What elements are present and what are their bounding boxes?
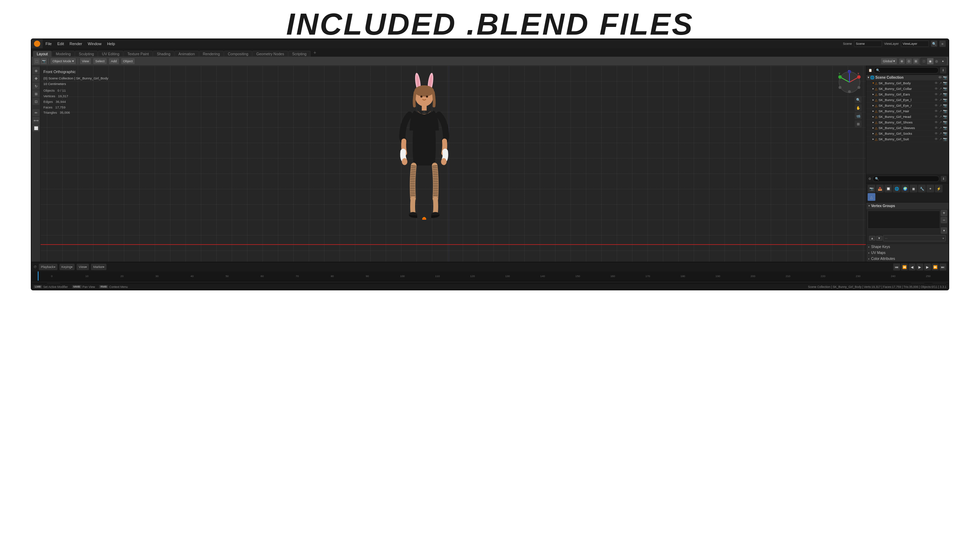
vg-remove-btn[interactable]: − xyxy=(941,217,947,223)
overlay-icon[interactable]: ⊞ xyxy=(913,58,919,64)
item-select-10[interactable]: ↗ xyxy=(939,137,942,141)
tab-rendering[interactable]: Rendering xyxy=(199,51,224,57)
rendered-shading-btn[interactable]: ● xyxy=(940,58,946,64)
scene-collection-header[interactable]: ▾ 🌐 Scene Collection 👁 📷 xyxy=(866,75,948,81)
props-tab-output[interactable]: 📤 xyxy=(876,185,884,192)
props-tab-object[interactable]: ◼ xyxy=(910,185,917,192)
camera-icon[interactable]: 📷 xyxy=(41,58,47,64)
item-select-3[interactable]: ↗ xyxy=(939,98,942,102)
measure-tool[interactable]: ⟺ xyxy=(33,117,40,124)
view-tl-btn[interactable]: View ▾ xyxy=(76,264,89,270)
add-cube-tool[interactable]: ⬜ xyxy=(33,125,40,132)
view-layer-selector[interactable]: ViewLayer xyxy=(901,41,929,47)
outliner-item-1[interactable]: ▸ △ SK_Bunny_Girl_Collar 👁 ↗ 📷 xyxy=(866,86,948,92)
item-render-4[interactable]: 📷 xyxy=(943,103,947,107)
item-select-9[interactable]: ↗ xyxy=(939,132,942,135)
vg-add-btn[interactable]: + xyxy=(941,210,947,216)
item-eye-2[interactable]: 👁 xyxy=(934,92,938,96)
vertex-groups-list[interactable] xyxy=(868,211,940,229)
global-btn[interactable]: Global ▾ xyxy=(881,58,897,65)
item-render-2[interactable]: 📷 xyxy=(943,92,947,96)
menu-help[interactable]: Help xyxy=(104,39,118,48)
transform-tool[interactable]: ⊡ xyxy=(33,98,40,105)
tab-geometry-nodes[interactable]: Geometry Nodes xyxy=(252,51,288,57)
props-search[interactable]: 🔍 xyxy=(873,176,939,182)
item-select-6[interactable]: ↗ xyxy=(939,115,942,119)
item-render-7[interactable]: 📷 xyxy=(943,120,947,124)
item-select-0[interactable]: ↗ xyxy=(939,81,942,85)
shape-keys-section[interactable]: ▸ Shape Keys xyxy=(866,244,948,250)
jump-end-btn[interactable]: ⏭ xyxy=(939,264,947,270)
tab-compositing[interactable]: Compositing xyxy=(224,51,252,57)
add-btn[interactable]: Add xyxy=(108,58,119,65)
menu-file[interactable]: File xyxy=(43,39,55,48)
item-render-0[interactable]: 📷 xyxy=(943,81,947,85)
scene-eye-icon[interactable]: 👁 xyxy=(939,76,942,79)
props-tab-scene[interactable]: 🌐 xyxy=(893,185,900,192)
item-eye-8[interactable]: 👁 xyxy=(934,126,938,130)
outliner-search[interactable]: 🔍 xyxy=(873,67,939,73)
uv-maps-section[interactable]: ▸ UV Maps xyxy=(866,250,948,256)
wireframe-shading-btn[interactable]: □ xyxy=(921,58,927,64)
viewport-zoom-btn[interactable]: 🔍 xyxy=(855,96,862,103)
props-tab-particles[interactable]: ✦ xyxy=(926,185,934,192)
step-back-btn[interactable]: ⏪ xyxy=(901,264,908,270)
outliner-item-9[interactable]: ▸ △ SK_Bunny_Girl_Socks 👁 ↗ 📷 xyxy=(866,131,948,137)
item-select-7[interactable]: ↗ xyxy=(939,120,942,124)
outliner-filter-btn[interactable]: ⬇ xyxy=(940,67,947,73)
cursor-tool[interactable]: ⊕ xyxy=(33,67,40,74)
jump-start-btn[interactable]: ⏮ xyxy=(893,264,900,270)
item-select-2[interactable]: ↗ xyxy=(939,92,942,96)
add-workspace-btn[interactable]: + xyxy=(311,49,319,56)
vg-move-up-btn[interactable]: ▲ xyxy=(869,236,875,241)
outliner-item-3[interactable]: ▸ △ SK_Bunny_Girl_Eye_l 👁 ↗ 📷 xyxy=(866,97,948,103)
search-btn[interactable]: 🔍 xyxy=(931,41,937,47)
item-eye-1[interactable]: 👁 xyxy=(934,87,938,91)
vg-sort-dropdown[interactable]: ··· ▾ xyxy=(883,235,946,241)
tab-shading[interactable]: Shading xyxy=(153,51,174,57)
item-render-1[interactable]: 📷 xyxy=(943,87,947,91)
tab-scripting[interactable]: Scripting xyxy=(288,51,310,57)
props-tab-mesh[interactable]: △ xyxy=(868,193,875,201)
prev-keyframe-btn[interactable]: ◀ xyxy=(908,264,916,270)
timeline-ruler[interactable]: 0 10 20 30 40 50 60 70 80 90 100 110 120… xyxy=(32,272,948,281)
keying-btn[interactable]: Keying ▾ xyxy=(59,264,75,270)
item-eye-3[interactable]: 👁 xyxy=(934,98,938,102)
item-select-1[interactable]: ↗ xyxy=(939,87,942,91)
item-render-3[interactable]: 📷 xyxy=(943,98,947,102)
item-render-10[interactable]: 📷 xyxy=(943,137,947,141)
vg-move-down-btn[interactable]: ▼ xyxy=(876,236,882,241)
viewport-grab-btn[interactable]: ✋ xyxy=(855,104,862,111)
props-tab-render[interactable]: 📷 xyxy=(868,185,875,192)
tab-texture-paint[interactable]: Texture Paint xyxy=(124,51,153,57)
next-keyframe-btn[interactable]: ▶ xyxy=(924,264,931,270)
props-filter-btn[interactable]: ⬇ xyxy=(941,176,947,181)
annotate-tool[interactable]: ✏ xyxy=(33,109,40,116)
select-btn[interactable]: Select xyxy=(93,58,107,65)
item-select-4[interactable]: ↗ xyxy=(939,103,942,107)
item-select-8[interactable]: ↗ xyxy=(939,126,942,130)
material-preview-btn[interactable]: ◎ xyxy=(934,58,940,64)
viewport-camera-btn[interactable]: 📹 xyxy=(855,112,862,119)
view-btn[interactable]: View xyxy=(80,58,91,65)
snap-icon[interactable]: ⊕ xyxy=(899,58,905,64)
menu-edit[interactable]: Edit xyxy=(55,39,67,48)
item-eye-6[interactable]: 👁 xyxy=(934,115,938,119)
scale-tool[interactable]: ⊞ xyxy=(33,90,40,97)
filter-btn[interactable]: ≡ xyxy=(939,41,946,47)
move-tool[interactable]: ✥ xyxy=(33,75,40,82)
item-render-9[interactable]: 📷 xyxy=(943,132,947,135)
viewport-grid-btn[interactable]: ⊞ xyxy=(855,120,862,127)
viewport-gizmo[interactable]: X Y Z 🔍 ✋ 📹 ⊞ xyxy=(837,70,862,94)
rotate-tool[interactable]: ↻ xyxy=(33,83,40,90)
outliner-item-8[interactable]: ▸ △ SK_Bunny_Girl_Sleeves 👁 ↗ 📷 xyxy=(866,125,948,131)
props-tab-view-layer[interactable]: 🔲 xyxy=(885,185,892,192)
outliner-item-0[interactable]: ▾ △ SK_Bunny_Girl_Body 👁 ↗ 📷 xyxy=(866,81,948,86)
item-render-8[interactable]: 📷 xyxy=(943,126,947,130)
color-attributes-section[interactable]: ▸ Color Attributes xyxy=(866,256,948,262)
item-render-5[interactable]: 📷 xyxy=(943,109,947,113)
scene-render-icon[interactable]: 📷 xyxy=(943,76,947,79)
object-mode-btn[interactable]: Object Mode ▾ xyxy=(50,58,76,65)
object-btn[interactable]: Object xyxy=(121,58,135,65)
scene-selector[interactable]: Scene xyxy=(854,41,882,47)
